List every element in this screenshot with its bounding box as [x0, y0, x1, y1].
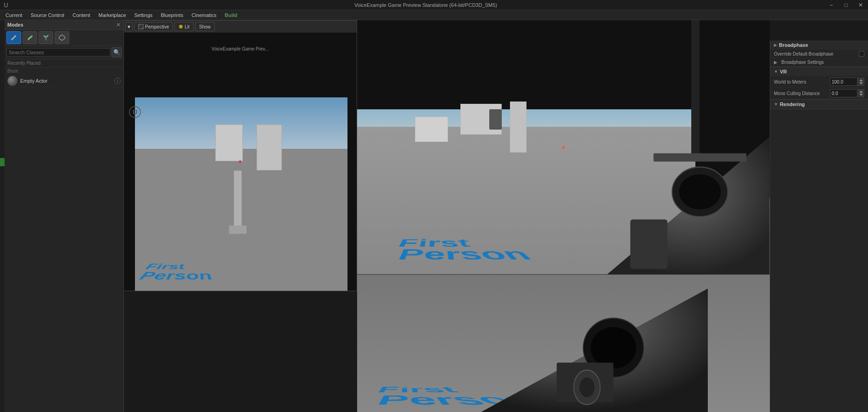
bottom-scene: FirstPerson: [357, 275, 770, 412]
broadphase-expand-icon: ▶: [774, 60, 778, 65]
mono-culling-value-box: [830, 89, 864, 97]
svg-rect-10: [631, 219, 668, 269]
editor-scene: + U VoiceExample Game Prev... FirstPerso…: [123, 33, 357, 291]
svg-point-4: [179, 25, 183, 28]
perspective-button[interactable]: Perspective: [134, 22, 173, 31]
broadphase-arrow-icon: ▶: [774, 43, 777, 47]
menu-content[interactable]: Content: [69, 11, 94, 19]
menu-bar: Current Source Control Content Marketpla…: [0, 10, 868, 20]
basic-label: Basic: [5, 68, 123, 74]
svg-point-0: [31, 35, 33, 37]
menu-cinematics[interactable]: Cinematics: [188, 11, 220, 19]
menu-current[interactable]: Current: [2, 11, 26, 19]
override-broadphase-label: Override Default Broadphase: [774, 51, 857, 56]
svg-marker-19: [859, 82, 863, 85]
ue-logo-title: U: [4, 1, 8, 9]
world-to-meters-input[interactable]: [830, 78, 857, 86]
vr-section: ▼ VR World to Meters Mono: [770, 67, 868, 100]
modes-icon-row: [5, 30, 123, 46]
search-classes-input[interactable]: [6, 48, 110, 56]
editor-wall-back-top: [123, 33, 357, 97]
svg-marker-21: [859, 94, 863, 96]
mode-btn-foliage[interactable]: [39, 31, 53, 44]
show-button[interactable]: Show: [195, 22, 215, 31]
svg-text:U: U: [133, 108, 137, 116]
vr-header[interactable]: ▼ VR: [770, 67, 868, 76]
menu-marketplace[interactable]: Marketplace: [95, 11, 130, 19]
perspective-label: Perspective: [145, 24, 169, 29]
world-to-meters-row: World to Meters: [770, 76, 868, 88]
game-cube-1: [415, 117, 448, 142]
menu-source-control[interactable]: Source Control: [27, 11, 68, 19]
editor-viewport-toolbar: ▼ Perspective Lit Show: [123, 21, 357, 33]
editor-pillar-base: [229, 226, 246, 234]
rendering-title: Rendering: [780, 102, 805, 107]
actor-icon: [7, 76, 17, 86]
recently-placed-label: Recently Placed: [5, 59, 123, 68]
broadphase-header[interactable]: ▶ Broadphase: [770, 40, 868, 50]
game-robot-figure: [489, 109, 502, 130]
svg-rect-11: [654, 153, 746, 161]
place-panel: Modes ✕ 🔍: [5, 20, 124, 412]
svg-point-17: [579, 378, 594, 397]
broadphase-settings-label: Broadphase Settings: [781, 60, 864, 65]
rendering-arrow-icon: ▼: [774, 102, 778, 107]
minimize-button[interactable]: −: [824, 0, 839, 10]
override-broadphase-checkbox[interactable]: [859, 51, 864, 56]
show-label: Show: [199, 24, 211, 29]
window-title: VoiceExample Game Preview Standalone (64…: [354, 2, 497, 8]
svg-marker-20: [859, 90, 863, 93]
svg-point-14: [591, 327, 636, 368]
perspective-dropdown-arrow[interactable]: ▼: [125, 22, 133, 31]
lit-label: Lit: [185, 24, 190, 29]
close-button[interactable]: ✕: [853, 0, 868, 10]
rendering-header[interactable]: ▼ Rendering: [770, 100, 868, 109]
mode-btn-paint[interactable]: [22, 31, 37, 44]
mode-btn-geometry[interactable]: [55, 31, 69, 44]
vr-title: VR: [780, 69, 787, 74]
override-broadphase-row: Override Default Broadphase: [770, 50, 868, 58]
window-controls: − □ ✕: [824, 0, 868, 10]
broadphase-title: Broadphase: [779, 42, 808, 48]
world-to-meters-spinner[interactable]: [858, 78, 864, 86]
ue-watermark: U: [129, 106, 141, 119]
bottom-game-preview: FirstPerson: [357, 274, 770, 412]
editor-cube-1: [215, 124, 243, 161]
sidebar-active-indicator: [0, 158, 5, 166]
menu-settings[interactable]: Settings: [131, 11, 157, 19]
weapon-container: [584, 109, 770, 274]
broadphase-section: ▶ Broadphase Override Default Broadphase…: [770, 40, 868, 67]
editor-crosshair: +: [238, 158, 241, 165]
actor-info-button[interactable]: i: [114, 78, 121, 84]
mode-sidebar: [0, 20, 5, 412]
mono-culling-input[interactable]: [830, 89, 857, 97]
search-magnifier-button[interactable]: 🔍: [112, 47, 122, 57]
panel-header: Modes ✕: [5, 20, 123, 30]
editor-cube-2: [257, 124, 282, 170]
actor-name-label: Empty Actor: [20, 78, 112, 84]
maximize-button[interactable]: □: [839, 0, 853, 10]
search-row: 🔍: [5, 46, 123, 59]
svg-marker-1: [59, 35, 65, 40]
world-to-meters-label: World to Meters: [774, 79, 828, 85]
mono-culling-spinner[interactable]: [858, 89, 864, 97]
game-preview-viewport[interactable]: + FirstPerson: [357, 20, 770, 274]
broadphase-settings-row: ▶ Broadphase Settings: [770, 58, 868, 67]
bottom-weapon: [481, 288, 708, 412]
editor-pillar: [234, 170, 242, 230]
editor-viewport[interactable]: ▼ Perspective Lit Show: [123, 20, 357, 291]
panel-close-icon[interactable]: ✕: [116, 22, 121, 28]
mono-culling-label: Mono Culling Distance: [774, 91, 828, 96]
lit-button[interactable]: Lit: [174, 22, 194, 31]
game-crosshair: +: [561, 144, 565, 151]
menu-build[interactable]: Build: [221, 11, 241, 19]
rendering-section: ▼ Rendering: [770, 100, 868, 109]
title-bar: U VoiceExample Game Preview Standalone (…: [0, 0, 868, 10]
right-settings-panel: ▶ Broadphase Override Default Broadphase…: [770, 40, 868, 412]
menu-blueprints[interactable]: Blueprints: [157, 11, 187, 19]
mode-btn-place[interactable]: [6, 31, 21, 44]
svg-line-3: [139, 24, 143, 29]
mono-culling-row: Mono Culling Distance: [770, 88, 868, 99]
empty-actor-entry[interactable]: Empty Actor i: [5, 74, 123, 88]
world-to-meters-value-box: [830, 78, 864, 86]
